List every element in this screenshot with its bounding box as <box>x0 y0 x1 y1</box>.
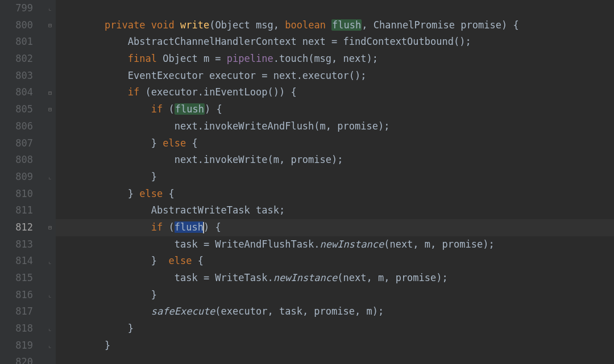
code-token: .touch(msg, next); <box>273 53 378 64</box>
code-line[interactable]: if (executor.inEventLoop()) { <box>56 84 614 101</box>
code-token: } <box>151 255 169 266</box>
code-token: (next, m, promise); <box>384 239 494 250</box>
code-token: } <box>105 340 110 351</box>
code-line[interactable]: task = WriteAndFlushTask.newInstance(nex… <box>56 236 614 253</box>
code-line[interactable]: next.invokeWriteAndFlush(m, promise); <box>56 118 614 135</box>
fold-column[interactable]: ⌞⊟⊟⊟⌞⊟⌞⌞⌞⌞ <box>45 0 56 364</box>
code-line[interactable]: next.invokeWrite(m, promise); <box>56 152 614 169</box>
code-token: { <box>169 188 175 199</box>
code-line[interactable]: } <box>56 169 614 186</box>
code-token: else <box>168 255 197 266</box>
code-token: newInstance <box>273 272 338 283</box>
line-number: 816 <box>0 287 33 304</box>
code-area[interactable]: private void write(Object msg, boolean f… <box>56 0 614 364</box>
line-number: 817 <box>0 303 33 320</box>
code-token: Object m = <box>163 53 227 64</box>
code-line[interactable]: } else { <box>56 253 614 270</box>
code-token: AbstractWriteTask task; <box>151 204 285 216</box>
line-number: 802 <box>0 51 33 68</box>
code-token: else <box>163 137 192 149</box>
line-number: 801 <box>0 34 33 51</box>
code-token: , ChannelPromise promise) { <box>362 19 518 31</box>
code-line[interactable]: task = WriteTask.newInstance(next, m, pr… <box>56 270 614 287</box>
code-line[interactable] <box>56 354 614 364</box>
line-number: 813 <box>0 236 33 253</box>
code-token: { <box>192 137 197 149</box>
code-token: ( <box>168 103 174 115</box>
line-number: 818 <box>0 320 33 337</box>
fold-open-icon[interactable]: ⊟ <box>47 90 53 97</box>
code-token: } <box>151 137 163 149</box>
line-number: 820 <box>0 354 33 364</box>
code-line[interactable]: final Object m = pipeline.touch(msg, nex… <box>56 51 614 68</box>
code-line[interactable] <box>56 0 614 17</box>
code-token: final <box>128 53 163 64</box>
code-token: ) { <box>205 103 222 115</box>
code-token: task = WriteTask. <box>175 272 273 283</box>
code-line[interactable]: AbstractChannelHandlerContext next = fin… <box>56 34 614 51</box>
fold-close-icon[interactable]: ⌞ <box>47 342 53 349</box>
code-token: ( <box>168 221 174 233</box>
code-token: if <box>151 221 169 233</box>
code-token: AbstractChannelHandlerContext next = fin… <box>128 36 471 47</box>
code-line[interactable]: if (flush) { <box>56 101 614 118</box>
fold-close-icon[interactable]: ⌞ <box>47 5 53 12</box>
code-token: safeExecute <box>151 306 215 317</box>
line-number: 799 <box>0 0 33 17</box>
code-line[interactable]: if (flush) { <box>56 219 614 236</box>
code-token: boolean <box>285 19 331 31</box>
fold-close-icon[interactable]: ⌞ <box>47 292 53 299</box>
line-number-gutter: 7998008018028038048058068078088098108118… <box>0 0 45 364</box>
line-number: 806 <box>0 118 33 135</box>
code-token: newInstance <box>320 239 384 250</box>
code-token: } <box>128 188 139 199</box>
code-token: (executor.inEventLoop()) { <box>146 86 297 98</box>
line-number: 808 <box>0 152 33 169</box>
code-line[interactable]: } else { <box>56 186 614 203</box>
code-line[interactable]: } else { <box>56 135 614 152</box>
line-number: 804 <box>0 84 33 101</box>
code-line[interactable]: AbstractWriteTask task; <box>56 202 614 219</box>
code-token: (Object msg, <box>209 19 285 31</box>
code-token: flush <box>175 103 205 115</box>
code-token: next.invokeWrite(m, promise); <box>175 154 343 165</box>
code-token: { <box>198 255 204 266</box>
code-token: pipeline <box>227 53 273 64</box>
code-token: } <box>151 289 157 300</box>
code-editor[interactable]: 7998008018028038048058068078088098108118… <box>0 0 614 364</box>
code-token: else <box>139 188 168 199</box>
line-number: 805 <box>0 101 33 118</box>
code-token: ) { <box>204 221 221 233</box>
code-line[interactable]: } <box>56 287 614 304</box>
code-token: } <box>151 171 157 182</box>
code-token: task = WriteAndFlushTask. <box>175 239 320 250</box>
code-token: (next, m, promise); <box>337 272 447 283</box>
code-line[interactable]: private void write(Object msg, boolean f… <box>56 17 614 34</box>
line-number: 803 <box>0 68 33 85</box>
code-token: flush <box>175 221 204 233</box>
code-token: void <box>151 19 180 31</box>
line-number: 811 <box>0 202 33 219</box>
fold-open-icon[interactable]: ⊟ <box>47 106 53 113</box>
code-token: } <box>128 323 134 334</box>
code-token: write <box>180 19 209 31</box>
fold-close-icon[interactable]: ⌞ <box>47 258 53 265</box>
code-token: if <box>128 86 146 98</box>
line-number: 815 <box>0 270 33 287</box>
line-number: 807 <box>0 135 33 152</box>
fold-open-icon[interactable]: ⊟ <box>47 224 53 231</box>
fold-close-icon[interactable]: ⌞ <box>47 174 53 181</box>
code-line[interactable]: } <box>56 320 614 337</box>
fold-close-icon[interactable]: ⌞ <box>47 325 53 332</box>
code-token: private <box>105 19 151 31</box>
code-line[interactable]: EventExecutor executor = next.executor()… <box>56 68 614 85</box>
code-line[interactable]: safeExecute(executor, task, promise, m); <box>56 303 614 320</box>
line-number: 810 <box>0 186 33 203</box>
code-token: flush <box>331 19 362 31</box>
fold-open-icon[interactable]: ⊟ <box>47 22 53 29</box>
line-number: 800 <box>0 17 33 34</box>
code-token: next.invokeWriteAndFlush(m, promise); <box>175 120 390 132</box>
line-number: 809 <box>0 169 33 186</box>
line-number: 812 <box>0 219 33 236</box>
code-line[interactable]: } <box>56 337 614 354</box>
